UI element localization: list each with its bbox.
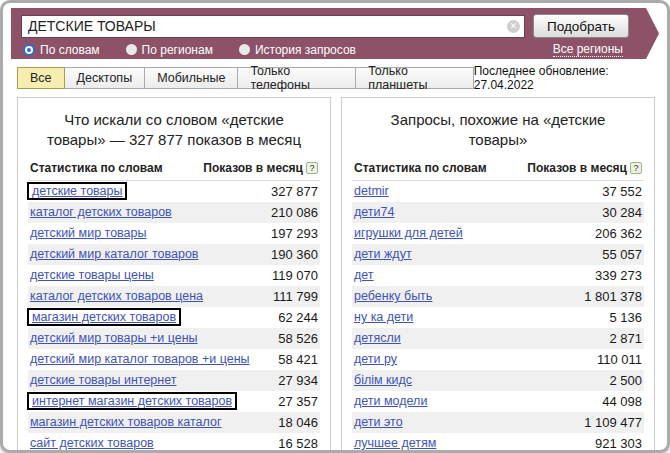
table-row: дети ру110 011 <box>352 349 644 370</box>
impressions-value: 18 046 <box>278 415 318 430</box>
table-row: детский мир каталог товаров +и цены58 42… <box>28 349 320 370</box>
impressions-value: 119 070 <box>272 268 318 283</box>
keyword-link[interactable]: магазин детских товаров каталог <box>30 415 221 429</box>
clear-input-icon[interactable]: ✕ <box>507 20 520 33</box>
keyword-link[interactable]: ну ка дети <box>354 310 413 324</box>
impressions-value: 62 244 <box>278 310 318 325</box>
keyword-link[interactable]: детский мир товары +и цены <box>30 331 198 345</box>
keyword-link[interactable]: детские товары интернет <box>30 373 176 387</box>
keyword-table: детские товары327 877каталог детских тов… <box>28 181 320 452</box>
panel-title: Что искали со словом «детские товары» — … <box>44 110 304 151</box>
impressions-value: 16 528 <box>278 436 318 451</box>
table-row: магазин детских товаров62 244 <box>28 307 320 328</box>
keyword-link[interactable]: дет <box>354 268 374 282</box>
search-bar: ✕ Подобрать По словам По регионам Истори… <box>11 8 659 59</box>
results: Что искали со словом «детские товары» — … <box>17 97 655 451</box>
keyword-link[interactable]: ребенку быть <box>354 289 432 303</box>
tab-all[interactable]: Все <box>17 67 65 89</box>
keyword-link[interactable]: дети74 <box>354 205 394 219</box>
tab-tablets-only[interactable]: Только планшеты <box>355 67 474 89</box>
table-row: дети это1 109 477 <box>352 412 644 433</box>
keyword-link[interactable]: каталог детских товаров <box>30 205 172 219</box>
table-row: детясли2 871 <box>352 328 644 349</box>
mode-by-regions[interactable]: По регионам <box>126 43 213 57</box>
table-row: білім кидс2 500 <box>352 370 644 391</box>
keyword-link[interactable]: детский мир каталог товаров +и цены <box>30 352 250 366</box>
impressions-value: 5 136 <box>609 310 642 325</box>
table-row: детский мир товары197 293 <box>28 223 320 244</box>
col-keyword-label: Статистика по словам <box>354 161 487 175</box>
keyword-link[interactable]: игрушки для детей <box>354 226 463 240</box>
keyword-link[interactable]: білім кидс <box>354 373 412 387</box>
radio-icon <box>126 44 137 55</box>
impressions-value: 2 871 <box>609 331 642 346</box>
radio-icon <box>23 44 35 56</box>
keyword-link[interactable]: дети ру <box>354 352 397 366</box>
impressions-value: 1 109 477 <box>584 415 642 430</box>
keyword-link[interactable]: дети это <box>354 415 403 429</box>
keyword-link[interactable]: дети модели <box>354 394 427 408</box>
help-icon[interactable]: ? <box>630 162 642 174</box>
keyword-link[interactable]: детясли <box>354 331 401 345</box>
impressions-value: 2 500 <box>609 373 642 388</box>
keyword-link[interactable]: интернет магазин детских товаров <box>27 392 237 410</box>
col-impressions-label: Показов в месяц <box>203 161 303 175</box>
table-header: Статистика по словам Показов в месяц ? <box>352 161 644 181</box>
impressions-value: 921 303 <box>595 436 642 451</box>
search-input[interactable] <box>21 15 525 38</box>
keyword-link[interactable]: детские товары <box>27 182 127 200</box>
table-row: дет339 273 <box>352 265 644 286</box>
table-row: детский мир каталог товаров190 360 <box>28 244 320 265</box>
impressions-value: 206 362 <box>595 226 642 241</box>
table-row: дети7430 284 <box>352 202 644 223</box>
table-header: Статистика по словам Показов в месяц ? <box>28 161 320 181</box>
table-row: детский мир товары +и цены58 526 <box>28 328 320 349</box>
tab-desktops[interactable]: Десктопы <box>64 67 146 89</box>
table-row: ну ка дети5 136 <box>352 307 644 328</box>
tab-phones-only[interactable]: Только телефоны <box>237 67 356 89</box>
impressions-value: 37 552 <box>602 184 642 199</box>
keyword-link[interactable]: detmir <box>354 184 389 198</box>
impressions-value: 55 057 <box>602 247 642 262</box>
panel-included-queries: Что искали со словом «детские товары» — … <box>17 97 331 451</box>
table-row: каталог детских товаров210 086 <box>28 202 320 223</box>
table-row: детские товары интернет27 934 <box>28 370 320 391</box>
impressions-value: 1 801 378 <box>584 289 642 304</box>
keyword-link[interactable]: детский мир товары <box>30 226 147 240</box>
panel-title: Запросы, похожие на «детские товары» <box>368 110 628 151</box>
radio-icon <box>239 44 250 55</box>
table-row: магазин детских товаров каталог18 046 <box>28 412 320 433</box>
keyword-table: detmir37 552дети7430 284игрушки для дете… <box>352 181 644 452</box>
keyword-link[interactable]: дети ждут <box>354 247 412 261</box>
device-tabs: Все Десктопы Мобильные Только телефоны Т… <box>17 67 653 89</box>
keyword-link[interactable]: лучшее детям <box>354 436 436 450</box>
col-impressions-label: Показов в месяц <box>527 161 627 175</box>
all-regions-link[interactable]: Все регионы <box>553 42 623 57</box>
impressions-value: 210 086 <box>271 205 318 220</box>
submit-button[interactable]: Подобрать <box>533 14 629 38</box>
impressions-value: 27 934 <box>278 373 318 388</box>
impressions-value: 30 284 <box>602 205 642 220</box>
mode-label: По словам <box>40 43 100 57</box>
impressions-value: 339 273 <box>595 268 642 283</box>
panel-similar-queries: Запросы, похожие на «детские товары» Ста… <box>341 97 655 451</box>
keyword-link[interactable]: детские товары цены <box>30 268 154 282</box>
table-row: сайт детских товаров16 528 <box>28 433 320 452</box>
tab-mobile[interactable]: Мобильные <box>144 67 238 89</box>
keyword-link[interactable]: магазин детских товаров <box>27 308 181 326</box>
last-update-text: Последнее обновление: 27.04.2022 <box>474 64 653 92</box>
keyword-link[interactable]: сайт детских товаров <box>30 436 154 450</box>
table-row: ребенку быть1 801 378 <box>352 286 644 307</box>
search-modes: По словам По регионам История запросов В… <box>21 42 629 57</box>
wordstat-page: ✕ Подобрать По словам По регионам Истори… <box>0 0 670 453</box>
impressions-value: 197 293 <box>271 226 318 241</box>
keyword-link[interactable]: каталог детских товаров цена <box>30 289 203 303</box>
table-row: детские товары327 877 <box>28 181 320 202</box>
help-icon[interactable]: ? <box>306 162 318 174</box>
table-row: дети модели44 098 <box>352 391 644 412</box>
keyword-link[interactable]: детский мир каталог товаров <box>30 247 198 261</box>
mode-by-words[interactable]: По словам <box>23 43 100 57</box>
mode-label: По регионам <box>142 43 213 57</box>
impressions-value: 190 360 <box>271 247 318 262</box>
mode-query-history[interactable]: История запросов <box>239 43 356 57</box>
